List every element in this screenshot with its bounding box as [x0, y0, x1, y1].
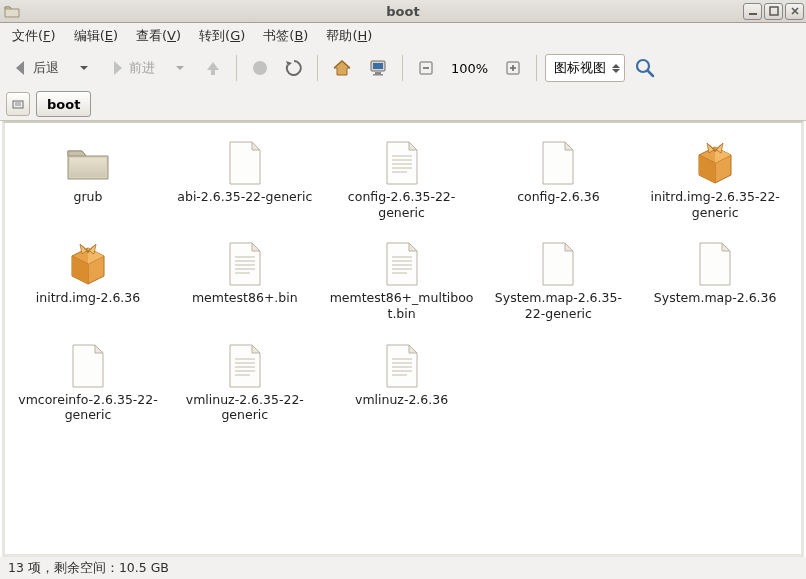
file-item[interactable]: System.map-2.6.35-22-generic	[483, 236, 633, 325]
menu-item-2[interactable]: 查看(V)	[128, 24, 189, 48]
svg-rect-13	[13, 101, 23, 108]
home-button[interactable]	[326, 53, 358, 83]
text-icon	[378, 342, 426, 390]
titlebar: boot	[0, 0, 806, 23]
zoom-level: 100%	[445, 61, 494, 76]
back-dropdown[interactable]	[68, 53, 98, 83]
file-icon	[534, 139, 582, 187]
separator	[536, 55, 537, 81]
file-item[interactable]: vmcoreinfo-2.6.35-22-generic	[13, 338, 163, 427]
file-item[interactable]: grub	[13, 135, 163, 224]
file-icon	[64, 342, 112, 390]
file-icon	[221, 139, 269, 187]
separator	[317, 55, 318, 81]
computer-button[interactable]	[362, 53, 394, 83]
menu-item-3[interactable]: 转到(G)	[191, 24, 253, 48]
separator	[402, 55, 403, 81]
svg-rect-8	[423, 67, 429, 69]
close-button[interactable]	[785, 3, 804, 20]
package-icon	[691, 139, 739, 187]
file-item[interactable]: config-2.6.35-22-generic	[327, 135, 477, 224]
package-icon	[64, 240, 112, 288]
menu-item-1[interactable]: 编辑(E)	[66, 24, 126, 48]
file-item[interactable]: vmlinuz-2.6.36	[327, 338, 477, 427]
text-icon	[221, 342, 269, 390]
svg-rect-6	[373, 74, 383, 76]
file-label: System.map-2.6.36	[654, 290, 777, 306]
menu-item-4[interactable]: 书签(B)	[255, 24, 316, 48]
file-item[interactable]: config-2.6.36	[483, 135, 633, 224]
text-icon	[221, 240, 269, 288]
svg-rect-1	[770, 7, 778, 15]
view-mode-label: 图标视图	[554, 59, 606, 77]
breadcrumb-label: boot	[47, 97, 80, 112]
main-toolbar: 后退 前进 100% 图标视图	[0, 48, 806, 88]
svg-rect-0	[749, 13, 757, 15]
icon-grid: grubabi-2.6.35-22-genericconfig-2.6.35-2…	[13, 135, 793, 427]
zoom-out-button[interactable]	[411, 53, 441, 83]
search-button[interactable]	[629, 53, 661, 83]
file-item[interactable]: vmlinuz-2.6.35-22-generic	[170, 338, 320, 427]
file-label: vmlinuz-2.6.35-22-generic	[174, 392, 316, 423]
separator	[236, 55, 237, 81]
svg-point-2	[253, 61, 267, 75]
window-icon	[4, 3, 20, 19]
status-text: 13 项，剩余空间：10.5 GB	[8, 560, 169, 577]
up-button[interactable]	[198, 53, 228, 83]
svg-rect-11	[512, 65, 514, 71]
file-item[interactable]: memtest86+.bin	[170, 236, 320, 325]
file-label: vmlinuz-2.6.36	[355, 392, 448, 408]
file-label: vmcoreinfo-2.6.35-22-generic	[17, 392, 159, 423]
file-label: initrd.img-2.6.35-22-generic	[644, 189, 786, 220]
maximize-button[interactable]	[764, 3, 783, 20]
menu-item-5[interactable]: 帮助(H)	[318, 24, 380, 48]
breadcrumb-boot[interactable]: boot	[36, 91, 91, 117]
file-item[interactable]: initrd.img-2.6.35-22-generic	[640, 135, 790, 224]
file-item[interactable]: abi-2.6.35-22-generic	[170, 135, 320, 224]
file-label: System.map-2.6.35-22-generic	[487, 290, 629, 321]
back-label: 后退	[33, 59, 59, 77]
file-item[interactable]: initrd.img-2.6.36	[13, 236, 163, 325]
back-button[interactable]: 后退	[6, 53, 64, 83]
file-label: memtest86+_multiboot.bin	[329, 290, 474, 321]
location-toggle-button[interactable]	[6, 92, 30, 116]
svg-rect-4	[373, 63, 383, 69]
view-mode-select[interactable]: 图标视图	[545, 54, 625, 82]
reload-button[interactable]	[279, 53, 309, 83]
forward-button[interactable]: 前进	[102, 53, 160, 83]
locationbar: boot	[0, 88, 806, 121]
zoom-in-button[interactable]	[498, 53, 528, 83]
text-icon	[378, 139, 426, 187]
file-icon	[534, 240, 582, 288]
file-item[interactable]: System.map-2.6.36	[640, 236, 790, 325]
icon-view[interactable]: grubabi-2.6.35-22-genericconfig-2.6.35-2…	[2, 121, 804, 557]
menu-item-0[interactable]: 文件(F)	[4, 24, 64, 48]
file-label: grub	[74, 189, 103, 205]
svg-rect-14	[70, 158, 106, 177]
window-title: boot	[0, 4, 806, 19]
minimize-button[interactable]	[743, 3, 762, 20]
menubar: 文件(F)编辑(E)查看(V)转到(G)书签(B)帮助(H)	[0, 23, 806, 48]
text-icon	[378, 240, 426, 288]
file-icon	[691, 240, 739, 288]
view-mode-spinner-icon	[612, 64, 620, 73]
file-item[interactable]: memtest86+_multiboot.bin	[327, 236, 477, 325]
statusbar: 13 项，剩余空间：10.5 GB	[0, 557, 806, 579]
file-label: abi-2.6.35-22-generic	[177, 189, 312, 205]
folder-icon	[64, 139, 112, 187]
svg-rect-5	[375, 72, 381, 74]
window-controls	[743, 3, 804, 20]
file-label: config-2.6.36	[517, 189, 600, 205]
forward-label: 前进	[129, 59, 155, 77]
file-label: config-2.6.35-22-generic	[331, 189, 473, 220]
file-label: memtest86+.bin	[192, 290, 298, 306]
forward-dropdown[interactable]	[164, 53, 194, 83]
file-label: initrd.img-2.6.36	[36, 290, 140, 306]
stop-button[interactable]	[245, 53, 275, 83]
